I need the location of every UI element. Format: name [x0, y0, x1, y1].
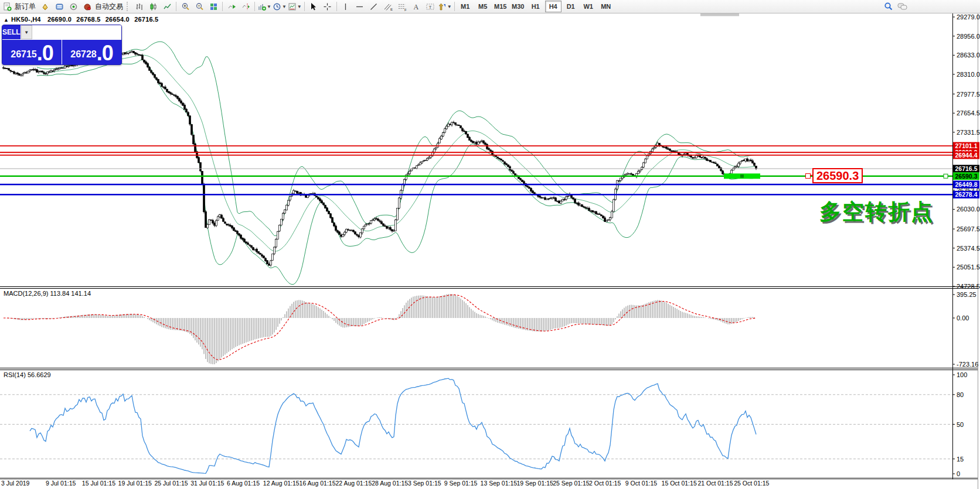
- svg-text:26716.5: 26716.5: [955, 165, 978, 172]
- market-watch-button[interactable]: [38, 1, 52, 12]
- zoom-in-button[interactable]: [178, 1, 192, 12]
- cursor-button[interactable]: [307, 1, 321, 12]
- candlestick-chart-button[interactable]: [146, 1, 160, 12]
- sell-price-frac: .0: [37, 43, 53, 63]
- timeframe-button-M1[interactable]: M1: [457, 1, 474, 12]
- text-button[interactable]: A: [409, 1, 423, 12]
- chart-shift-button[interactable]: [239, 1, 253, 12]
- zoom-out-button[interactable]: [192, 1, 206, 12]
- chart-title: ▲HK50-,H4 26690.0 26768.5 26654.0 26716.…: [4, 16, 158, 23]
- vertical-line-button[interactable]: [339, 1, 353, 12]
- svg-text:26278.4: 26278.4: [955, 191, 978, 198]
- svg-text:31 Jul 01:15: 31 Jul 01:15: [190, 480, 224, 487]
- trendline-button[interactable]: [367, 1, 381, 12]
- buy-price-main: 26728: [70, 46, 97, 63]
- equidistant-channel-button[interactable]: E: [381, 1, 395, 12]
- ohlc-low: 26654.0: [106, 16, 130, 23]
- svg-text:26030.0: 26030.0: [957, 206, 980, 213]
- timeframe-button-W1[interactable]: W1: [580, 1, 597, 12]
- data-window-button[interactable]: [52, 1, 66, 12]
- templates-caret-icon[interactable]: ▼: [297, 4, 302, 9]
- timeframe-button-D1[interactable]: D1: [563, 1, 579, 12]
- templates-button[interactable]: ▼: [287, 1, 302, 12]
- svg-text:2 Oct 01:15: 2 Oct 01:15: [589, 480, 621, 487]
- text-label-button[interactable]: T: [423, 1, 437, 12]
- svg-text:22 Aug 01:15: 22 Aug 01:15: [335, 480, 372, 487]
- svg-text:25 Oct 01:15: 25 Oct 01:15: [734, 480, 769, 487]
- timeframe-button-MN[interactable]: MN: [598, 1, 614, 12]
- timeframe-button-H4[interactable]: H4: [545, 1, 562, 12]
- chat-icon[interactable]: [896, 1, 910, 12]
- ohlc-open: 26690.0: [47, 16, 72, 23]
- svg-text:25 Jul 01:15: 25 Jul 01:15: [154, 480, 188, 487]
- chart-scrollbar-thumb[interactable]: [700, 13, 739, 16]
- svg-text:26944.4: 26944.4: [955, 152, 978, 159]
- strategy-tester-button[interactable]: [66, 1, 80, 12]
- timeframe-button-M15[interactable]: M15: [492, 1, 509, 12]
- chinese-annotation[interactable]: 多空转折点: [819, 197, 934, 227]
- svg-text:A: A: [414, 3, 419, 11]
- svg-text:25697.5: 25697.5: [957, 225, 980, 232]
- macd-label: MACD(12,26,9) 113.84 141.14: [4, 290, 91, 297]
- svg-text:6 Aug 01:15: 6 Aug 01:15: [227, 480, 260, 487]
- indicators-caret-icon[interactable]: ▼: [267, 4, 271, 9]
- sell-price-button[interactable]: 26715 .0: [2, 40, 62, 64]
- timeframe-group: M1M5M15M30H1H4D1W1MN: [457, 1, 615, 12]
- svg-text:9 Sep 01:15: 9 Sep 01:15: [444, 480, 478, 487]
- svg-text:3 Jul 2019: 3 Jul 2019: [1, 480, 30, 487]
- sell-button[interactable]: SELL: [2, 25, 21, 39]
- price-callout[interactable]: 26590.3: [812, 168, 863, 183]
- periods-caret-icon[interactable]: ▼: [282, 4, 287, 9]
- new-order-label[interactable]: 新订单: [14, 2, 38, 12]
- indicators-button[interactable]: ▼: [257, 1, 272, 12]
- svg-text:27654.5: 27654.5: [957, 110, 980, 117]
- svg-text:100: 100: [957, 371, 967, 378]
- tile-windows-button[interactable]: [206, 1, 220, 12]
- bar-chart-button[interactable]: [132, 1, 146, 12]
- auto-trading-label[interactable]: 自动交易: [94, 2, 125, 12]
- fibonacci-button[interactable]: F: [395, 1, 409, 12]
- svg-text:E: E: [390, 8, 393, 11]
- svg-text:13 Sep 01:15: 13 Sep 01:15: [481, 480, 518, 487]
- collapse-panel-icon[interactable]: ▲: [4, 17, 9, 23]
- periods-button[interactable]: ▼: [272, 1, 287, 12]
- svg-text:3 Sep 01:15: 3 Sep 01:15: [408, 480, 441, 487]
- svg-text:26449.8: 26449.8: [955, 181, 978, 188]
- horizontal-line-button[interactable]: [353, 1, 367, 12]
- timeframe-button-M5[interactable]: M5: [475, 1, 491, 12]
- callout-anchor-handle[interactable]: [805, 173, 811, 179]
- svg-text:29279.0: 29279.0: [957, 13, 980, 20]
- rsi-label: RSI(14) 56.6629: [4, 371, 51, 378]
- buy-price-button[interactable]: 26728 .0: [62, 40, 121, 64]
- svg-text:24728.5: 24728.5: [957, 283, 980, 290]
- new-order-button[interactable]: [0, 1, 14, 12]
- main-toolbar: 新订单 自动交易: [0, 0, 980, 13]
- timeframe-button-H1[interactable]: H1: [528, 1, 544, 12]
- price-chart[interactable]: 29279.028956.028633.028310.027977.527654…: [0, 0, 980, 489]
- arrows-button[interactable]: ▼: [437, 1, 452, 12]
- crosshair-button[interactable]: [321, 1, 335, 12]
- svg-text:16 Aug 01:15: 16 Aug 01:15: [300, 480, 336, 487]
- svg-text:9 Jul 01:15: 9 Jul 01:15: [46, 480, 76, 487]
- svg-text:T: T: [428, 4, 431, 9]
- svg-text:27977.5: 27977.5: [957, 91, 980, 98]
- arrows-caret-icon[interactable]: ▼: [447, 4, 452, 9]
- volume-decrease-button[interactable]: ▼: [21, 25, 32, 39]
- auto-trading-button[interactable]: [80, 1, 94, 12]
- svg-text:12 Aug 01:15: 12 Aug 01:15: [263, 480, 300, 487]
- one-click-trading-panel: SELL ▼ ▲ BUY 26715 .0 26728 .0: [2, 25, 122, 65]
- svg-text:27331.5: 27331.5: [957, 129, 980, 136]
- line-chart-button[interactable]: [160, 1, 174, 12]
- svg-text:80: 80: [957, 391, 964, 398]
- search-button[interactable]: [882, 1, 896, 12]
- svg-text:25051.5: 25051.5: [957, 264, 980, 271]
- svg-text:50: 50: [957, 421, 964, 428]
- svg-text:28310.0: 28310.0: [957, 71, 980, 78]
- svg-text:15 Oct 01:15: 15 Oct 01:15: [662, 480, 697, 487]
- svg-text:F: F: [404, 8, 407, 11]
- volume-input[interactable]: [32, 25, 122, 39]
- svg-text:25 Sep 01:15: 25 Sep 01:15: [553, 480, 590, 487]
- svg-text:28956.0: 28956.0: [957, 33, 980, 40]
- timeframe-button-M30[interactable]: M30: [510, 1, 526, 12]
- auto-scroll-button[interactable]: [224, 1, 239, 12]
